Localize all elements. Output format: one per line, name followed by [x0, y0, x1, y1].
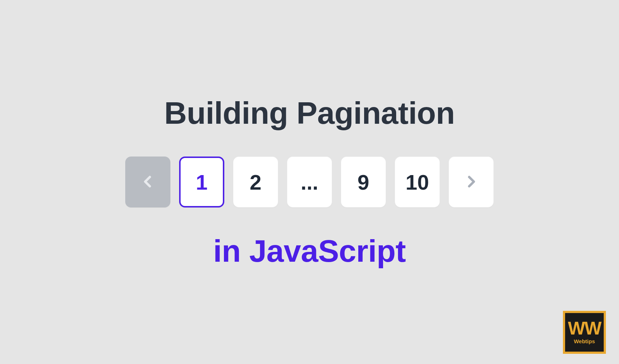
page-subtitle: in JavaScript [213, 233, 406, 269]
page-2-button[interactable]: 2 [233, 157, 278, 207]
webtips-logo: WW Webtips [563, 311, 606, 354]
next-page-button[interactable] [449, 157, 494, 207]
page-9-button[interactable]: 9 [341, 157, 386, 207]
page-ellipsis: ... [287, 157, 332, 207]
logo-label: Webtips [574, 338, 595, 344]
page-title: Building Pagination [164, 95, 455, 131]
logo-mark: WW [568, 320, 601, 337]
prev-page-button [125, 157, 170, 207]
page-1-button[interactable]: 1 [179, 157, 224, 207]
pagination: 1 2 ... 9 10 [125, 157, 494, 207]
chevron-right-icon [463, 170, 479, 194]
chevron-left-icon [140, 170, 156, 194]
page-10-button[interactable]: 10 [395, 157, 440, 207]
